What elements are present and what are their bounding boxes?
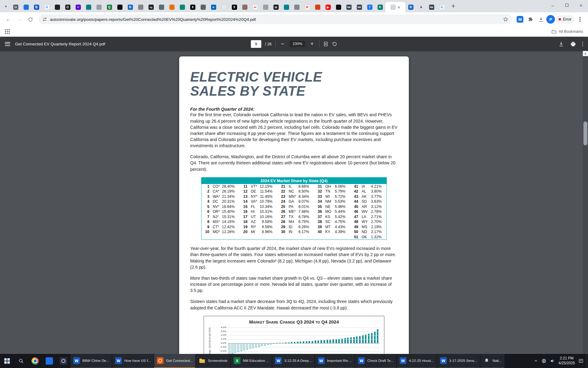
taskbar-app-bbw-chloe-de[interactable]: WBBW Chloe De... [70, 354, 112, 368]
fit-page-button[interactable] [323, 41, 328, 47]
browser-tab[interactable]: G [42, 2, 52, 12]
show-desktop-button[interactable] [586, 354, 588, 368]
browser-tab[interactable]: w [271, 2, 281, 12]
browser-tab[interactable]: A [416, 2, 426, 12]
rotate-button[interactable] [332, 41, 337, 47]
bar [347, 338, 349, 343]
taskbar-app-how-have-us-f[interactable]: WHow have US f... [112, 354, 153, 368]
browser-tab[interactable]: R [405, 2, 416, 12]
all-bookmarks-button[interactable]: All Bookmarks [552, 29, 583, 34]
omnibox[interactable]: autosinnovate.org/posts/papers-reports/G… [39, 14, 512, 24]
profile-error-chip[interactable]: Error [556, 15, 575, 23]
extensions-icon[interactable] [526, 14, 535, 24]
taskbar-search-button[interactable] [14, 354, 28, 368]
network-status-icon[interactable] [541, 358, 546, 363]
browser-tab[interactable] [115, 2, 125, 12]
taskbar-chrome-button[interactable] [28, 354, 42, 368]
tray-date: 4/25/2025 [559, 361, 575, 365]
browser-tab[interactable]: × [385, 2, 405, 12]
browser-tab[interactable]: M [302, 2, 312, 12]
page-number-input[interactable] [251, 40, 261, 48]
browser-tab[interactable] [94, 2, 104, 12]
zoom-in-button[interactable]: + [309, 41, 315, 47]
taskbar-app-nati[interactable]: Nati... [481, 354, 504, 368]
browser-tab[interactable] [83, 2, 94, 12]
maximize-button[interactable] [560, 0, 574, 10]
taskbar-app-important-rio[interactable]: WImportant Rio ... [315, 354, 355, 368]
browser-tab[interactable] [312, 2, 323, 12]
taskbar-pinned-app-button[interactable] [42, 354, 56, 368]
browser-tab[interactable] [260, 2, 271, 12]
profile-avatar[interactable]: P [546, 15, 555, 24]
tray-expand-button[interactable] [534, 359, 538, 363]
start-button[interactable] [0, 354, 14, 368]
browser-menu-button[interactable] [575, 14, 585, 24]
taskbar-app-3-17-2025-sens[interactable]: W3-17-2025 Sens... [437, 354, 480, 368]
volume-button[interactable] [550, 358, 555, 363]
browser-tab[interactable]: X [187, 2, 198, 12]
browser-tab[interactable] [135, 2, 146, 12]
taskbar-app-check-draft-te[interactable]: WCheck Draft Te... [355, 354, 396, 368]
browser-tab[interactable]: O [62, 2, 73, 12]
browser-tab[interactable]: G [437, 2, 447, 12]
browser-tab[interactable]: NM [344, 2, 354, 12]
browser-tab[interactable]: ▶ [323, 2, 333, 12]
tab-favicon [55, 5, 60, 10]
browser-tab[interactable] [52, 2, 62, 12]
scrollbar[interactable]: ▲ [583, 51, 588, 354]
pdf-menu-button[interactable] [5, 42, 10, 46]
tab-favicon [242, 5, 247, 10]
browser-tab[interactable] [219, 2, 229, 12]
browser-tab[interactable] [21, 2, 31, 12]
apps-grid-button[interactable] [5, 29, 10, 34]
browser-tab[interactable]: K [375, 2, 385, 12]
minimize-button[interactable]: – [546, 0, 560, 10]
scrollbar-thumb[interactable] [583, 121, 587, 145]
tab-close-icon[interactable]: × [398, 5, 400, 10]
browser-tab[interactable]: AP [250, 2, 260, 12]
browser-tab[interactable]: in [208, 2, 219, 12]
browser-tab[interactable]: ng [146, 2, 156, 12]
browser-tab[interactable]: Y! [73, 2, 83, 12]
browser-tab[interactable] [239, 2, 250, 12]
browser-tab[interactable]: 23 [10, 2, 21, 12]
browser-tab[interactable]: B [31, 2, 42, 12]
browser-tab[interactable] [167, 2, 177, 12]
new-tab-button[interactable]: + [449, 2, 458, 10]
browser-tab[interactable] [281, 2, 292, 12]
browser-tab[interactable]: f [364, 2, 375, 12]
taskbar-app-nm-education[interactable]: XNM Education ... [231, 354, 272, 368]
browser-tab[interactable] [177, 2, 187, 12]
pdf-more-button[interactable] [582, 41, 583, 46]
zoom-out-button[interactable]: − [279, 41, 286, 47]
taskbar-app-get-connected[interactable]: Get Connected... [154, 354, 195, 368]
close-button[interactable]: × [574, 0, 588, 10]
browser-tab[interactable] [292, 2, 302, 12]
browser-tab[interactable]: R [125, 2, 135, 12]
browser-tab[interactable] [156, 2, 167, 12]
back-button[interactable]: ← [3, 14, 13, 25]
browser-tab[interactable] [198, 2, 208, 12]
pdf-download-button[interactable] [558, 41, 564, 47]
pdf-print-button[interactable] [570, 41, 576, 47]
browser-tab[interactable]: X [229, 2, 239, 12]
scroll-up-button[interactable]: ▲ [583, 51, 588, 56]
taskbar-app-3-12-25-a-deep[interactable]: W3-12-25 A Deep... [272, 354, 315, 368]
taskbar-camera-app-button[interactable] [56, 354, 70, 368]
taskbar-app-screenshots[interactable]: Screenshots [196, 354, 230, 368]
browser-tab[interactable]: NM [354, 2, 364, 12]
extension-mail-icon[interactable]: M [515, 14, 525, 24]
forward-button[interactable]: → [14, 14, 24, 25]
state-cell: MS [359, 224, 370, 230]
downloads-icon[interactable] [536, 14, 546, 24]
taskbar-app-4-22-25-housi[interactable]: W4-22-25 Housi... [397, 354, 437, 368]
action-center-button[interactable] [579, 358, 583, 363]
browser-tab[interactable]: NM [426, 2, 437, 12]
browser-tab[interactable]: Q [104, 2, 115, 12]
reload-button[interactable] [25, 14, 36, 25]
tab-search-button[interactable]: ▾ [2, 2, 10, 11]
bookmark-star-icon[interactable] [503, 17, 508, 22]
browser-tab[interactable] [333, 2, 344, 12]
m-badge-icon: M [517, 16, 523, 23]
clock[interactable]: 2:21 PM 4/25/2025 [559, 356, 575, 366]
